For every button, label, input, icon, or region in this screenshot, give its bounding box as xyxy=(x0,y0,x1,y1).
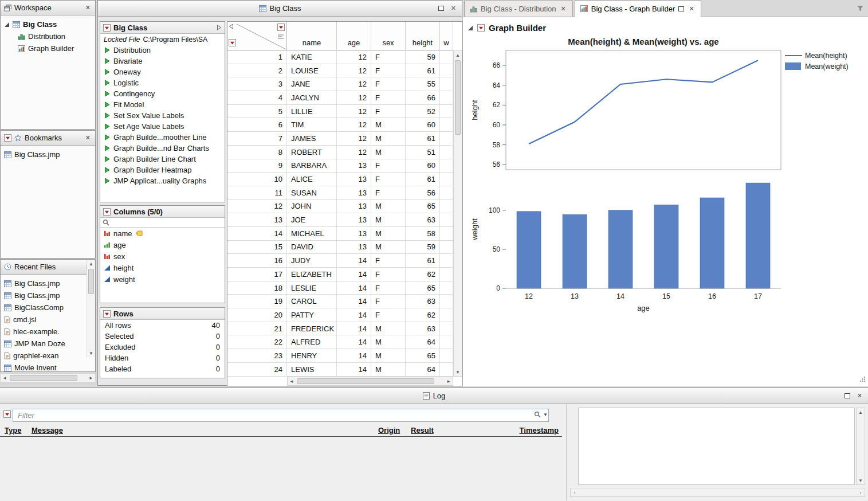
scroll-up-icon[interactable]: ▲ xyxy=(87,260,95,268)
grid-cell[interactable] xyxy=(440,200,453,214)
scroll-down-icon[interactable]: ▼ xyxy=(87,349,95,357)
weight-bar-age-16[interactable] xyxy=(700,198,724,288)
grid-cell[interactable]: 63 xyxy=(406,322,440,336)
grid-cell[interactable] xyxy=(440,308,453,322)
row-number-cell[interactable]: 12 xyxy=(227,200,287,214)
grid-cell[interactable]: SUSAN xyxy=(287,186,337,200)
grid-cell[interactable]: JUDY xyxy=(287,254,337,268)
log-red-triangle-icon[interactable] xyxy=(3,410,11,418)
grid-cell[interactable]: 14 xyxy=(337,268,371,281)
grid-cell[interactable]: 66 xyxy=(406,91,440,105)
row-number-cell[interactable]: 18 xyxy=(227,281,287,295)
grid-cell[interactable]: 65 xyxy=(406,349,440,363)
grid-cell[interactable]: JAMES xyxy=(287,132,337,146)
table-script-bivariate[interactable]: Bivariate xyxy=(100,56,225,66)
columns-menu-red-triangle-icon[interactable] xyxy=(277,24,285,31)
grid-cell[interactable]: 14 xyxy=(337,322,371,336)
grid-cell[interactable] xyxy=(440,186,453,200)
grid-cell[interactable]: 14 xyxy=(337,349,371,363)
table-script-contingency[interactable]: Contingency xyxy=(100,88,225,99)
table-script-fit-model[interactable]: Fit Model xyxy=(100,99,225,110)
workspace-node-graph-builder[interactable]: Graph Builder xyxy=(1,42,95,54)
row-number-cell[interactable]: 9 xyxy=(227,159,287,173)
grid-cell[interactable]: FREDERICK xyxy=(287,322,337,336)
log-col-timestamp[interactable]: Timestamp xyxy=(520,426,559,435)
column-header-height[interactable]: height xyxy=(406,22,440,50)
grid-cell[interactable]: 12 xyxy=(337,64,371,78)
grid-cell[interactable]: 12 xyxy=(337,146,371,159)
log-output-area[interactable] xyxy=(578,408,855,485)
outline-collapse-icon[interactable] xyxy=(468,25,473,31)
column-item-weight[interactable]: weight xyxy=(100,273,225,285)
grid-horizontal-scrollbar[interactable]: ◄ ► xyxy=(287,377,453,386)
grid-cell[interactable]: 61 xyxy=(406,132,440,146)
scroll-right-icon[interactable]: › xyxy=(857,488,865,496)
row-number-cell[interactable]: 1 xyxy=(227,50,287,64)
grid-cell[interactable]: 13 xyxy=(337,186,371,200)
grid-cell[interactable]: 13 xyxy=(337,159,371,173)
grid-cell[interactable]: 60 xyxy=(406,159,440,173)
row-number-cell[interactable]: 22 xyxy=(227,335,287,349)
grid-cell[interactable]: 12 xyxy=(337,105,371,119)
columns-red-triangle-icon[interactable] xyxy=(103,208,111,216)
table-script-logistic[interactable]: Logistic xyxy=(100,77,225,88)
weight-bar-age-15[interactable] xyxy=(654,205,678,288)
row-number-cell[interactable]: 6 xyxy=(227,118,287,132)
grid-cell[interactable] xyxy=(440,241,453,255)
row-number-cell[interactable]: 10 xyxy=(227,173,287,186)
scroll-thumb[interactable] xyxy=(297,378,434,384)
grid-cell[interactable]: M xyxy=(371,322,406,336)
grid-cell[interactable]: 59 xyxy=(406,50,440,64)
grid-cell[interactable]: 12 xyxy=(337,91,371,105)
grid-cell[interactable]: ROBERT xyxy=(287,146,337,159)
column-header-age[interactable]: age xyxy=(337,22,371,50)
recent-file-bigclasscomp[interactable]: BigClassComp xyxy=(1,302,85,314)
grid-cell[interactable]: 12 xyxy=(337,118,371,132)
grid-cell[interactable]: M xyxy=(371,363,406,377)
recent-file-jmp-man-doze[interactable]: JMP Man Doze xyxy=(1,338,85,350)
table-script-oneway[interactable]: Oneway xyxy=(100,66,225,77)
grid-cell[interactable]: 64 xyxy=(406,335,440,349)
scroll-left-icon[interactable]: ◄ xyxy=(288,377,296,385)
grid-cell[interactable]: 13 xyxy=(337,241,371,255)
row-number-cell[interactable]: 14 xyxy=(227,227,287,241)
grid-cell[interactable] xyxy=(440,363,453,377)
grid-cell[interactable]: F xyxy=(371,50,406,64)
grid-cell[interactable]: 13 xyxy=(337,227,371,241)
rows-red-triangle-icon[interactable] xyxy=(103,310,111,318)
grid-cell[interactable] xyxy=(440,322,453,336)
row-number-cell[interactable]: 13 xyxy=(227,213,287,227)
log-vertical-scrollbar[interactable]: ▲ ▼ xyxy=(856,408,865,485)
grid-cell[interactable]: 12 xyxy=(337,50,371,64)
grid-cell[interactable]: ALICE xyxy=(287,173,337,186)
grid-cell[interactable]: 60 xyxy=(406,118,440,132)
search-icon[interactable] xyxy=(534,411,541,418)
grid-cell[interactable]: F xyxy=(371,254,406,268)
grid-cell[interactable]: 13 xyxy=(337,213,371,227)
grid-cell[interactable]: JOHN xyxy=(287,200,337,214)
tab-close-icon[interactable]: ✕ xyxy=(560,5,567,13)
grid-cell[interactable]: MICHAEL xyxy=(287,227,337,241)
grid-cell[interactable]: 61 xyxy=(406,64,440,78)
grid-cell[interactable]: 61 xyxy=(406,173,440,186)
grid-cell[interactable]: 13 xyxy=(337,173,371,186)
grid-cell[interactable] xyxy=(440,335,453,349)
grid-cell[interactable] xyxy=(440,227,453,241)
close-icon[interactable]: ✕ xyxy=(450,5,457,12)
panel-collapse-icon[interactable] xyxy=(217,25,222,30)
scroll-up-icon[interactable]: ▲ xyxy=(454,51,462,59)
workspace-node-distribution[interactable]: Distribution xyxy=(1,30,95,42)
grid-cell[interactable]: LILLIE xyxy=(287,105,337,119)
grid-cell[interactable]: HENRY xyxy=(287,349,337,363)
tab-close-icon[interactable]: ✕ xyxy=(688,5,695,13)
scroll-thumb[interactable] xyxy=(455,60,461,135)
dock-collapse-icon[interactable] xyxy=(229,24,234,29)
scroll-down-icon[interactable]: ▼ xyxy=(857,476,865,484)
scroll-up-icon[interactable]: ▲ xyxy=(857,408,865,416)
row-number-cell[interactable]: 11 xyxy=(227,186,287,200)
grid-cell[interactable]: 13 xyxy=(337,200,371,214)
row-number-cell[interactable]: 5 xyxy=(227,105,287,119)
grid-cell[interactable]: 59 xyxy=(406,241,440,255)
grid-cell[interactable]: LEWIS xyxy=(287,363,337,377)
grid-cell[interactable]: M xyxy=(371,241,406,255)
